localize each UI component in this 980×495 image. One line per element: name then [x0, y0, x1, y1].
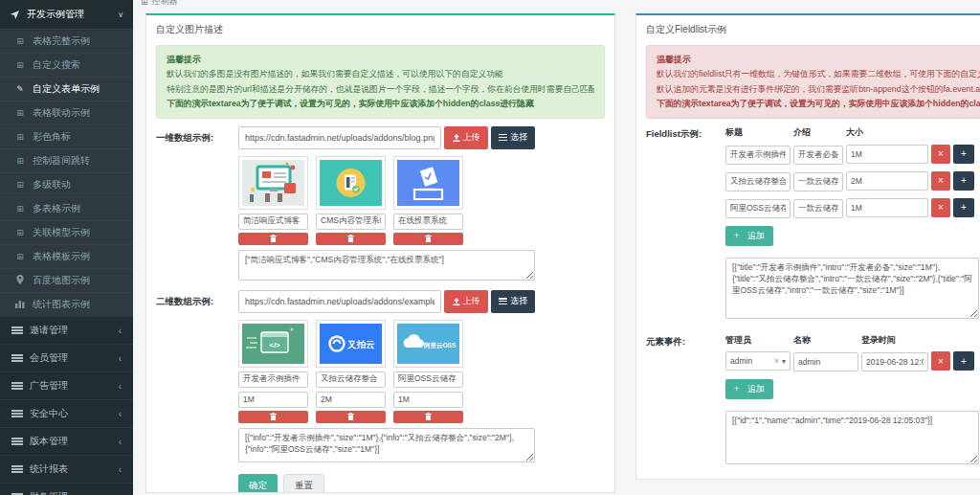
clear-icon[interactable]: ×: [774, 356, 779, 366]
thumbnail-aliyun-oss[interactable]: 阿里云OSS: [393, 320, 463, 368]
choose-button[interactable]: 选择: [491, 126, 535, 149]
image-info-input[interactable]: [393, 371, 463, 388]
intro-input[interactable]: [793, 146, 843, 165]
login-time-input[interactable]: [861, 352, 928, 371]
sidebar-item-table-link[interactable]: ⊞表格联动示例: [0, 101, 133, 124]
remove-row-button[interactable]: ×: [931, 171, 950, 191]
sidebar-item-table-complete[interactable]: ⊞表格完整示例: [0, 29, 133, 53]
thumbnail-upyun[interactable]: 又拍云: [316, 320, 386, 368]
sidebar-submenu: ⊞表格完整示例 ⊞自定义搜索 ✎自定义表单示例 ⊞表格联动示例 ⊞彩色角标 ⊞控…: [0, 29, 133, 316]
sidebar-item-custom-form[interactable]: ✎自定义表单示例: [0, 77, 133, 101]
delete-image-button[interactable]: [393, 233, 463, 245]
trash-icon: [425, 413, 432, 420]
image-size-input[interactable]: [238, 392, 308, 408]
cms-illustration: [320, 160, 382, 206]
thumbnail-columns: </>: [238, 320, 535, 423]
events-json-textarea[interactable]: [{"id":"1","name":"admin","time":"2019-0…: [725, 411, 979, 464]
descs-json-textarea[interactable]: ["简洁响应式博客","CMS内容管理系统","在线投票系统"]: [238, 250, 535, 281]
thumbnail-columns: [238, 156, 535, 245]
url-input-group: 上传 选择: [238, 290, 535, 313]
events-row: admin × ▾ × +: [725, 351, 980, 371]
sidebar-item-finance-mgmt[interactable]: 财务管理‹: [0, 483, 133, 495]
thumbnail-example-plugin[interactable]: </>: [238, 320, 308, 368]
menu-icon: [11, 410, 23, 417]
add-row-button[interactable]: +: [953, 351, 974, 371]
thumbnail-cms[interactable]: [316, 156, 386, 210]
table-icon: ⊞: [14, 156, 26, 166]
sidebar-item-stat-report[interactable]: 统计报表‹: [0, 455, 133, 483]
image-item-column: 阿里云OSS: [393, 320, 463, 423]
remove-row-button[interactable]: ×: [931, 351, 950, 371]
sidebar-item-multi-table[interactable]: ⊞多表格示例: [0, 196, 133, 220]
delete-image-button[interactable]: [238, 411, 308, 423]
code-illustration: </>: [242, 324, 304, 364]
sidebar-item-label: 自定义表单示例: [33, 82, 100, 96]
sidebar-section-dev-examples[interactable]: 开发示例管理 ∨: [0, 0, 133, 29]
image-info-input[interactable]: [238, 371, 308, 388]
title-input[interactable]: [725, 199, 791, 218]
append-button-label: 追加: [747, 383, 765, 395]
sidebar-item-custom-search[interactable]: ⊞自定义搜索: [0, 53, 133, 77]
intro-input[interactable]: [793, 199, 843, 218]
thumbnail-vote[interactable]: [393, 156, 463, 210]
image-size-input[interactable]: [316, 392, 386, 408]
append-button[interactable]: + 追加: [725, 226, 773, 246]
append-button[interactable]: + 追加: [725, 379, 773, 399]
images-url-input[interactable]: [238, 290, 441, 313]
title-input[interactable]: [725, 146, 791, 165]
tab-controller-label[interactable]: 控制器: [152, 0, 178, 8]
delete-image-button[interactable]: [316, 411, 386, 423]
delete-image-button[interactable]: [238, 233, 308, 245]
admin-select[interactable]: admin × ▾: [725, 351, 791, 371]
size-input[interactable]: [846, 198, 928, 217]
sidebar-item-relation-model[interactable]: ⊞关联模型示例: [0, 220, 133, 244]
upload-icon: [453, 298, 460, 305]
delete-image-button[interactable]: [316, 233, 386, 245]
add-row-button[interactable]: +: [953, 171, 974, 191]
remove-row-button[interactable]: ×: [931, 198, 950, 217]
sidebar-item-controller-jump[interactable]: ⊞控制器间跳转: [0, 148, 133, 172]
alert-line: 下面的演示textarea为了便于调试，设置为可见的，实际使用中应该添加个hid…: [167, 97, 594, 112]
sidebar-item-version-mgmt[interactable]: 版本管理‹: [0, 427, 133, 455]
size-input[interactable]: [846, 145, 928, 164]
submit-button[interactable]: 确定: [238, 474, 278, 494]
sidebar-item-baidu-map[interactable]: 百度地图示例: [0, 268, 133, 292]
items-json-textarea[interactable]: [{"info":"开发者示例插件","size":"1M"},{"info":…: [238, 428, 535, 462]
image-item-column: 又拍云: [316, 320, 386, 423]
image-size-input[interactable]: [393, 392, 463, 408]
svg-text:又拍云: 又拍云: [346, 339, 375, 349]
intro-input[interactable]: [793, 172, 843, 191]
sidebar-item-invite-mgmt[interactable]: 邀请管理‹: [0, 316, 133, 344]
sidebar-item-color-badge[interactable]: ⊞彩色角标: [0, 124, 133, 148]
image-info-input[interactable]: [316, 371, 386, 388]
size-input[interactable]: [846, 171, 928, 191]
reset-button[interactable]: 重置: [283, 474, 324, 494]
sidebar-item-table-template[interactable]: ⊞表格模板示例: [0, 244, 133, 268]
image-desc-input[interactable]: [393, 214, 463, 230]
sidebar-item-stat-chart[interactable]: 统计图表示例: [0, 292, 133, 316]
image-item-column: [238, 156, 308, 245]
thumbnail-blog[interactable]: [238, 156, 308, 210]
images-url-input[interactable]: [238, 126, 441, 149]
image-desc-input[interactable]: [316, 214, 386, 230]
add-row-button[interactable]: +: [953, 145, 974, 164]
upload-button[interactable]: 上传: [444, 290, 488, 313]
name-input[interactable]: [793, 352, 858, 371]
sidebar-item-label: 版本管理: [30, 435, 112, 448]
image-desc-input[interactable]: [238, 214, 308, 230]
sidebar-item-member-mgmt[interactable]: 会员管理‹: [0, 344, 133, 371]
add-row-button[interactable]: +: [953, 198, 974, 217]
sidebar-item-ad-mgmt[interactable]: 广告管理‹: [0, 371, 133, 399]
fieldlist-json-textarea[interactable]: [{"title":"开发者示例插件","intro":"开发者必备","siz…: [725, 258, 979, 319]
delete-image-button[interactable]: [393, 411, 463, 423]
upload-button[interactable]: 上传: [444, 126, 488, 149]
column-header: 管理员: [725, 334, 791, 347]
sidebar-item-multi-level[interactable]: ⊞多级联动: [0, 172, 133, 196]
remove-row-button[interactable]: ×: [931, 145, 950, 164]
sidebar-item-security-center[interactable]: 安全中心‹: [0, 399, 133, 427]
aliyun-oss-logo: 阿里云OSS: [397, 324, 459, 364]
sidebar-item-label: 统计报表: [30, 462, 112, 476]
upyun-logo: 又拍云: [320, 324, 382, 364]
title-input[interactable]: [725, 172, 791, 191]
choose-button[interactable]: 选择: [491, 290, 535, 313]
